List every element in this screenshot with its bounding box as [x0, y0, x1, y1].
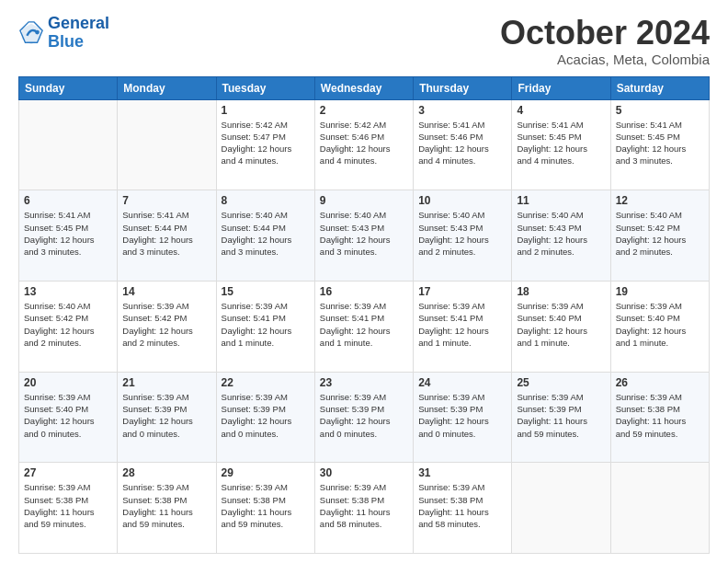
logo-icon: [18, 20, 44, 46]
calendar-cell: [118, 99, 216, 190]
day-number: 12: [616, 194, 704, 207]
day-number: 30: [320, 466, 408, 479]
day-number: 3: [418, 104, 506, 117]
month-title: October 2024: [500, 15, 710, 52]
day-info: Sunrise: 5:39 AM Sunset: 5:39 PM Dayligh…: [517, 391, 605, 440]
calendar-cell: 22Sunrise: 5:39 AM Sunset: 5:39 PM Dayli…: [216, 372, 314, 463]
header-monday: Monday: [118, 76, 216, 99]
calendar-cell: 2Sunrise: 5:42 AM Sunset: 5:46 PM Daylig…: [314, 99, 413, 190]
header-saturday: Saturday: [610, 76, 709, 99]
day-number: 13: [24, 285, 112, 298]
day-number: 29: [222, 466, 310, 479]
day-info: Sunrise: 5:39 AM Sunset: 5:40 PM Dayligh…: [616, 300, 704, 349]
day-number: 27: [24, 466, 112, 479]
day-number: 22: [222, 376, 310, 389]
day-number: 8: [222, 194, 310, 207]
calendar-week-1: 1Sunrise: 5:42 AM Sunset: 5:47 PM Daylig…: [19, 99, 710, 190]
day-number: 15: [222, 285, 310, 298]
calendar-cell: 28Sunrise: 5:39 AM Sunset: 5:38 PM Dayli…: [118, 463, 216, 554]
calendar-cell: [610, 463, 709, 554]
day-info: Sunrise: 5:40 AM Sunset: 5:44 PM Dayligh…: [222, 209, 310, 258]
day-number: 28: [122, 466, 210, 479]
day-info: Sunrise: 5:39 AM Sunset: 5:40 PM Dayligh…: [24, 391, 112, 440]
day-info: Sunrise: 5:39 AM Sunset: 5:38 PM Dayligh…: [320, 481, 408, 530]
calendar-cell: 18Sunrise: 5:39 AM Sunset: 5:40 PM Dayli…: [512, 281, 610, 372]
day-number: 1: [222, 104, 310, 117]
day-number: 31: [418, 466, 506, 479]
day-number: 24: [418, 376, 506, 389]
day-number: 18: [517, 285, 605, 298]
header: General Blue October 2024 Acacias, Meta,…: [18, 15, 710, 67]
day-number: 21: [122, 376, 210, 389]
day-number: 16: [320, 285, 408, 298]
title-block: October 2024 Acacias, Meta, Colombia: [500, 15, 710, 67]
calendar-cell: 1Sunrise: 5:42 AM Sunset: 5:47 PM Daylig…: [216, 99, 314, 190]
day-number: 6: [24, 194, 112, 207]
day-info: Sunrise: 5:41 AM Sunset: 5:44 PM Dayligh…: [122, 209, 210, 258]
day-number: 17: [418, 285, 506, 298]
calendar-cell: 23Sunrise: 5:39 AM Sunset: 5:39 PM Dayli…: [314, 372, 413, 463]
day-number: 20: [24, 376, 112, 389]
day-info: Sunrise: 5:40 AM Sunset: 5:42 PM Dayligh…: [616, 209, 704, 258]
day-number: 19: [616, 285, 704, 298]
day-number: 23: [320, 376, 408, 389]
day-info: Sunrise: 5:40 AM Sunset: 5:43 PM Dayligh…: [517, 209, 605, 258]
day-number: 5: [616, 104, 704, 117]
day-info: Sunrise: 5:39 AM Sunset: 5:39 PM Dayligh…: [122, 391, 210, 440]
calendar-week-2: 6Sunrise: 5:41 AM Sunset: 5:45 PM Daylig…: [19, 190, 710, 282]
day-info: Sunrise: 5:42 AM Sunset: 5:47 PM Dayligh…: [222, 119, 310, 167]
logo-line1: General: [48, 14, 109, 32]
day-info: Sunrise: 5:42 AM Sunset: 5:46 PM Dayligh…: [320, 119, 408, 167]
calendar-cell: 19Sunrise: 5:39 AM Sunset: 5:40 PM Dayli…: [610, 281, 709, 372]
day-info: Sunrise: 5:41 AM Sunset: 5:45 PM Dayligh…: [517, 119, 605, 167]
calendar-cell: 8Sunrise: 5:40 AM Sunset: 5:44 PM Daylig…: [216, 190, 314, 282]
calendar-cell: 29Sunrise: 5:39 AM Sunset: 5:38 PM Dayli…: [216, 463, 314, 554]
page: General Blue October 2024 Acacias, Meta,…: [0, 0, 728, 563]
calendar-cell: 15Sunrise: 5:39 AM Sunset: 5:41 PM Dayli…: [216, 281, 314, 372]
calendar-cell: [19, 99, 118, 190]
calendar-header-row: Sunday Monday Tuesday Wednesday Thursday…: [19, 76, 710, 99]
header-sunday: Sunday: [19, 76, 118, 99]
calendar-cell: 24Sunrise: 5:39 AM Sunset: 5:39 PM Dayli…: [414, 372, 512, 463]
header-tuesday: Tuesday: [216, 76, 314, 99]
day-info: Sunrise: 5:39 AM Sunset: 5:41 PM Dayligh…: [418, 300, 506, 349]
svg-point-2: [35, 30, 40, 35]
calendar-cell: 7Sunrise: 5:41 AM Sunset: 5:44 PM Daylig…: [118, 190, 216, 282]
day-info: Sunrise: 5:39 AM Sunset: 5:38 PM Dayligh…: [122, 481, 210, 530]
calendar-cell: 31Sunrise: 5:39 AM Sunset: 5:38 PM Dayli…: [414, 463, 512, 554]
day-info: Sunrise: 5:41 AM Sunset: 5:45 PM Dayligh…: [24, 209, 112, 258]
calendar-cell: 3Sunrise: 5:41 AM Sunset: 5:46 PM Daylig…: [414, 99, 512, 190]
day-number: 11: [517, 194, 605, 207]
calendar-table: Sunday Monday Tuesday Wednesday Thursday…: [18, 76, 710, 554]
day-number: 9: [320, 194, 408, 207]
header-thursday: Thursday: [414, 76, 512, 99]
logo: General Blue: [18, 15, 109, 52]
location-title: Acacias, Meta, Colombia: [500, 52, 710, 67]
calendar-cell: 11Sunrise: 5:40 AM Sunset: 5:43 PM Dayli…: [512, 190, 610, 282]
calendar-cell: 14Sunrise: 5:39 AM Sunset: 5:42 PM Dayli…: [118, 281, 216, 372]
day-number: 2: [320, 104, 408, 117]
day-info: Sunrise: 5:39 AM Sunset: 5:38 PM Dayligh…: [24, 481, 112, 530]
day-info: Sunrise: 5:40 AM Sunset: 5:43 PM Dayligh…: [320, 209, 408, 258]
calendar-cell: 27Sunrise: 5:39 AM Sunset: 5:38 PM Dayli…: [19, 463, 118, 554]
day-info: Sunrise: 5:39 AM Sunset: 5:42 PM Dayligh…: [122, 300, 210, 349]
day-info: Sunrise: 5:40 AM Sunset: 5:42 PM Dayligh…: [24, 300, 112, 349]
calendar-cell: 13Sunrise: 5:40 AM Sunset: 5:42 PM Dayli…: [19, 281, 118, 372]
calendar-cell: 17Sunrise: 5:39 AM Sunset: 5:41 PM Dayli…: [414, 281, 512, 372]
calendar-cell: [512, 463, 610, 554]
day-info: Sunrise: 5:41 AM Sunset: 5:45 PM Dayligh…: [616, 119, 704, 167]
day-number: 10: [418, 194, 506, 207]
calendar-week-3: 13Sunrise: 5:40 AM Sunset: 5:42 PM Dayli…: [19, 281, 710, 372]
day-info: Sunrise: 5:39 AM Sunset: 5:41 PM Dayligh…: [320, 300, 408, 349]
header-wednesday: Wednesday: [314, 76, 413, 99]
day-number: 4: [517, 104, 605, 117]
calendar-cell: 12Sunrise: 5:40 AM Sunset: 5:42 PM Dayli…: [610, 190, 709, 282]
day-info: Sunrise: 5:39 AM Sunset: 5:39 PM Dayligh…: [320, 391, 408, 440]
day-info: Sunrise: 5:39 AM Sunset: 5:39 PM Dayligh…: [418, 391, 506, 440]
logo-text: General Blue: [48, 15, 109, 52]
day-info: Sunrise: 5:39 AM Sunset: 5:40 PM Dayligh…: [517, 300, 605, 349]
header-friday: Friday: [512, 76, 610, 99]
day-number: 14: [122, 285, 210, 298]
calendar-cell: 9Sunrise: 5:40 AM Sunset: 5:43 PM Daylig…: [314, 190, 413, 282]
day-info: Sunrise: 5:41 AM Sunset: 5:46 PM Dayligh…: [418, 119, 506, 167]
